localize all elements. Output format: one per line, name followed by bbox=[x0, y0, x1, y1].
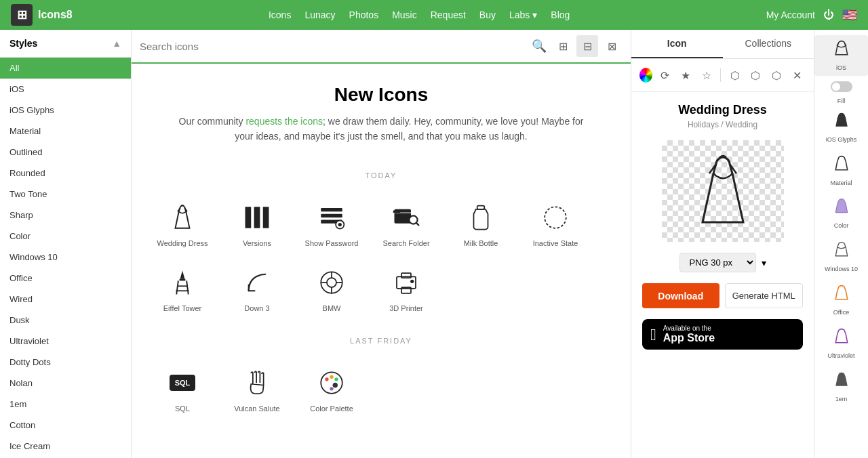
sidebar-item-rounded[interactable]: Rounded bbox=[0, 163, 131, 184]
badge4-icon[interactable]: ✕ bbox=[789, 66, 806, 85]
icon-inactive-state[interactable]: Inactive State bbox=[518, 190, 593, 255]
style-ios[interactable]: iOS bbox=[814, 35, 868, 76]
icon-versions[interactable]: Versions bbox=[220, 190, 294, 255]
sidebar-item-outlined[interactable]: Outlined bbox=[0, 142, 131, 163]
icon-eiffel-tower[interactable]: Eiffel Tower bbox=[145, 255, 220, 320]
style-material[interactable]: Material bbox=[814, 150, 868, 191]
list-view-btn[interactable]: ⊞ bbox=[552, 35, 574, 57]
request-link[interactable]: requests the icons bbox=[245, 116, 323, 127]
generate-html-button[interactable]: Generate HTML bbox=[725, 283, 804, 308]
nav-music[interactable]: Music bbox=[392, 9, 417, 20]
icon-label: Wedding Dress bbox=[157, 239, 208, 247]
right-panel-tabs: Icon Collections bbox=[631, 30, 814, 59]
icon-search-folder[interactable]: Search Folder bbox=[369, 190, 443, 255]
icon-bmw[interactable]: BMW bbox=[294, 255, 369, 320]
icon-label: Milk Bottle bbox=[464, 239, 498, 247]
bmw-icon bbox=[315, 266, 348, 299]
new-icons-desc: Our community requests the icons; we dra… bbox=[172, 114, 590, 144]
logo-text: Icons8 bbox=[38, 9, 73, 21]
star-filled-icon[interactable]: ★ bbox=[677, 66, 694, 85]
style-color[interactable]: Color bbox=[814, 193, 868, 234]
badge1-icon[interactable]: ⬡ bbox=[726, 66, 743, 85]
ios-style-icon bbox=[832, 39, 851, 63]
flag-icon[interactable]: 🇺🇸 bbox=[842, 7, 857, 22]
main-nav: Icons Lunacy Photos Music Request Buy La… bbox=[89, 9, 750, 20]
app-store-badge[interactable]:  Available on the App Store bbox=[642, 319, 803, 350]
fill-toggle-switch[interactable] bbox=[831, 81, 852, 92]
style-1em[interactable]: 1em bbox=[814, 367, 868, 407]
sidebar-item-office[interactable]: Office bbox=[0, 268, 131, 289]
icon-preview-area bbox=[662, 140, 784, 242]
nav-labs[interactable]: Labs ▾ bbox=[509, 9, 537, 20]
icon-vulcan-salute[interactable]: Vulcan Salute bbox=[220, 356, 294, 421]
power-icon[interactable]: ⏻ bbox=[823, 9, 834, 21]
style-ultraviolet[interactable]: Ultraviolet bbox=[814, 323, 868, 364]
sql-icon: SQL bbox=[166, 367, 199, 399]
icon-3d-printer[interactable]: 3D Printer bbox=[369, 255, 443, 320]
milk-bottle-icon bbox=[465, 201, 497, 234]
tab-icon[interactable]: Icon bbox=[631, 30, 723, 58]
sidebar-item-two-tone[interactable]: Two Tone bbox=[0, 184, 131, 205]
sidebar-item-ios-glyphs[interactable]: iOS Glyphs bbox=[0, 100, 131, 121]
sidebar-item-dotty-dots[interactable]: Dotty Dots bbox=[0, 352, 131, 373]
badge3-icon[interactable]: ⬡ bbox=[768, 66, 785, 85]
svg-point-30 bbox=[330, 375, 333, 378]
nav-photos[interactable]: Photos bbox=[349, 9, 379, 20]
grid-view-btn[interactable]: ⊟ bbox=[576, 35, 598, 57]
ios-glyphs-style-icon bbox=[832, 111, 851, 135]
format-select-row: PNG 30 px PNG 100 px SVG PDF ▾ bbox=[642, 253, 803, 272]
right-detail-panel: Icon Collections ⟳ ★ ☆ ⬡ ⬡ ⬡ ✕ Wedding D… bbox=[631, 30, 814, 458]
sidebar-item-ice-cream[interactable]: Ice Cream bbox=[0, 436, 131, 457]
tab-collections[interactable]: Collections bbox=[723, 30, 814, 58]
badge2-icon[interactable]: ⬡ bbox=[747, 66, 764, 85]
icon-wedding-dress[interactable]: Wedding Dress bbox=[145, 190, 220, 255]
icon-down-3[interactable]: Down 3 bbox=[220, 255, 294, 320]
nav-buy[interactable]: Buy bbox=[479, 9, 496, 20]
sidebar-collapse-icon[interactable]: ▲ bbox=[112, 38, 121, 49]
sidebar-item-1em[interactable]: 1em bbox=[0, 394, 131, 415]
style-label: Color bbox=[834, 222, 849, 230]
search-bar: 🔍 ⊞ ⊟ ⊠ bbox=[132, 30, 631, 64]
section-today: TODAY bbox=[145, 171, 617, 180]
nav-icons[interactable]: Icons bbox=[269, 9, 291, 20]
search-input[interactable] bbox=[140, 41, 526, 52]
sidebar-item-sharp[interactable]: Sharp bbox=[0, 205, 131, 226]
sidebar-item-all[interactable]: All bbox=[0, 58, 131, 79]
icon-sql[interactable]: SQL SQL bbox=[145, 356, 220, 421]
icon-milk-bottle[interactable]: Milk Bottle bbox=[443, 190, 518, 255]
svg-point-19 bbox=[327, 278, 336, 287]
logo[interactable]: ⊞ Icons8 bbox=[11, 4, 73, 26]
today-icons-grid: Wedding Dress Versions bbox=[145, 190, 617, 320]
recolor-icon[interactable]: ⟳ bbox=[656, 66, 673, 85]
download-button[interactable]: Download bbox=[642, 283, 719, 308]
right-panel-toolbar: ⟳ ★ ☆ ⬡ ⬡ ⬡ ✕ bbox=[631, 59, 814, 92]
sidebar-item-nolan[interactable]: Nolan bbox=[0, 373, 131, 394]
style-ios-glyphs[interactable]: iOS Glyphs bbox=[814, 107, 868, 148]
sidebar-item-windows-10[interactable]: Windows 10 bbox=[0, 247, 131, 268]
sidebar-item-material[interactable]: Material bbox=[0, 121, 131, 142]
styles-right-sidebar: iOS Fill iOS Glyphs Materia bbox=[814, 30, 868, 458]
sidebar-item-ultraviolet[interactable]: Ultraviolet bbox=[0, 331, 131, 352]
style-office[interactable]: Office bbox=[814, 280, 868, 320]
large-grid-view-btn[interactable]: ⊠ bbox=[601, 35, 623, 57]
sidebar-item-dusk[interactable]: Dusk bbox=[0, 310, 131, 331]
icon-show-password[interactable]: Show Password bbox=[294, 190, 369, 255]
sidebar-item-cotton[interactable]: Cotton bbox=[0, 415, 131, 436]
nav-blog[interactable]: Blog bbox=[551, 9, 570, 20]
nav-request[interactable]: Request bbox=[431, 9, 466, 20]
star-outline-icon[interactable]: ☆ bbox=[698, 66, 715, 85]
icon-label: Versions bbox=[243, 239, 271, 247]
sidebar-item-color[interactable]: Color bbox=[0, 226, 131, 247]
nav-lunacy[interactable]: Lunacy bbox=[304, 9, 335, 20]
format-select[interactable]: PNG 30 px PNG 100 px SVG PDF bbox=[679, 253, 756, 272]
sidebar-item-ios[interactable]: iOS bbox=[0, 79, 131, 100]
toggle-knob bbox=[832, 83, 840, 91]
sidebar-item-wired[interactable]: Wired bbox=[0, 289, 131, 310]
style-windows10[interactable]: Windows 10 bbox=[814, 236, 868, 277]
action-buttons: Download Generate HTML bbox=[642, 283, 803, 308]
icon-color-palette[interactable]: Color Palette bbox=[294, 356, 369, 421]
my-account-link[interactable]: My Account bbox=[766, 9, 815, 20]
svg-rect-2 bbox=[263, 207, 269, 228]
down-3-icon bbox=[241, 266, 273, 299]
color-picker-icon[interactable] bbox=[639, 68, 652, 83]
